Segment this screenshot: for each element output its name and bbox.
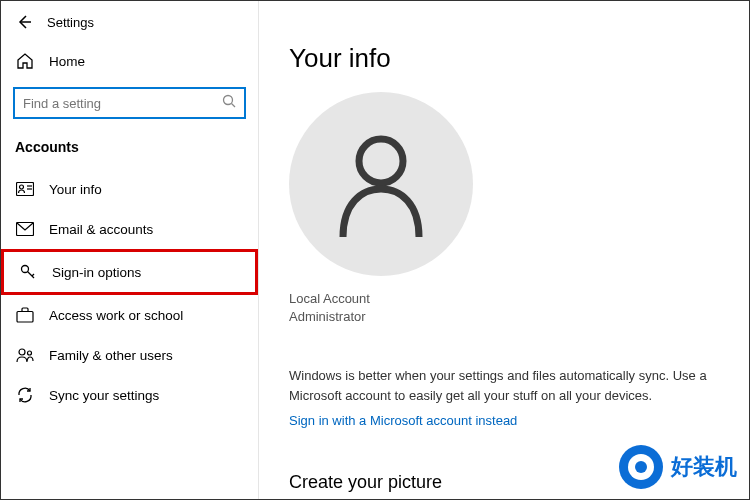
sidebar-section-label: Accounts: [1, 133, 258, 169]
sidebar-item-access-work-school[interactable]: Access work or school: [1, 295, 258, 335]
sidebar-header: Settings: [1, 9, 258, 41]
person-card-icon: [15, 179, 35, 199]
sidebar-item-your-info[interactable]: Your info: [1, 169, 258, 209]
account-role-label: Administrator: [289, 308, 719, 326]
search-icon: [222, 94, 236, 112]
watermark: 好装机: [619, 445, 737, 489]
sync-icon: [15, 385, 35, 405]
svg-line-10: [32, 274, 34, 276]
sidebar-item-label: Your info: [49, 182, 102, 197]
sidebar: Settings Home Accounts Your info: [1, 1, 259, 499]
sync-description: Windows is better when your settings and…: [289, 366, 719, 405]
settings-title: Settings: [47, 15, 94, 30]
svg-point-12: [19, 349, 25, 355]
sidebar-item-home[interactable]: Home: [1, 41, 258, 81]
sidebar-item-label: Access work or school: [49, 308, 183, 323]
svg-point-1: [224, 96, 233, 105]
watermark-logo-icon: [619, 445, 663, 489]
sidebar-item-label: Family & other users: [49, 348, 173, 363]
sidebar-item-signin-options[interactable]: Sign-in options: [1, 249, 258, 295]
search-box[interactable]: [13, 87, 246, 119]
sidebar-item-sync-settings[interactable]: Sync your settings: [1, 375, 258, 415]
main-content: Your info Local Account Administrator Wi…: [259, 1, 749, 499]
ms-signin-link[interactable]: Sign in with a Microsoft account instead: [289, 413, 517, 428]
svg-point-14: [359, 139, 403, 183]
mail-icon: [15, 219, 35, 239]
briefcase-icon: [15, 305, 35, 325]
account-info: Local Account Administrator: [289, 290, 719, 326]
arrow-left-icon: [16, 14, 32, 30]
back-button[interactable]: [15, 13, 33, 31]
sidebar-item-family-users[interactable]: Family & other users: [1, 335, 258, 375]
sidebar-item-email-accounts[interactable]: Email & accounts: [1, 209, 258, 249]
sidebar-item-label: Sync your settings: [49, 388, 159, 403]
avatar: [289, 92, 473, 276]
sidebar-item-label: Sign-in options: [52, 265, 141, 280]
people-icon: [15, 345, 35, 365]
watermark-text: 好装机: [671, 452, 737, 482]
search-input[interactable]: [23, 96, 222, 111]
svg-point-8: [22, 266, 29, 273]
person-icon: [331, 129, 431, 239]
sidebar-item-label: Home: [49, 54, 85, 69]
svg-point-13: [28, 351, 32, 355]
svg-line-2: [232, 104, 236, 108]
sidebar-item-label: Email & accounts: [49, 222, 153, 237]
svg-point-4: [20, 185, 24, 189]
home-icon: [15, 51, 35, 71]
key-icon: [18, 262, 38, 282]
page-title: Your info: [289, 43, 719, 74]
account-type-label: Local Account: [289, 290, 719, 308]
search-container: [13, 87, 246, 119]
svg-rect-11: [17, 312, 33, 323]
